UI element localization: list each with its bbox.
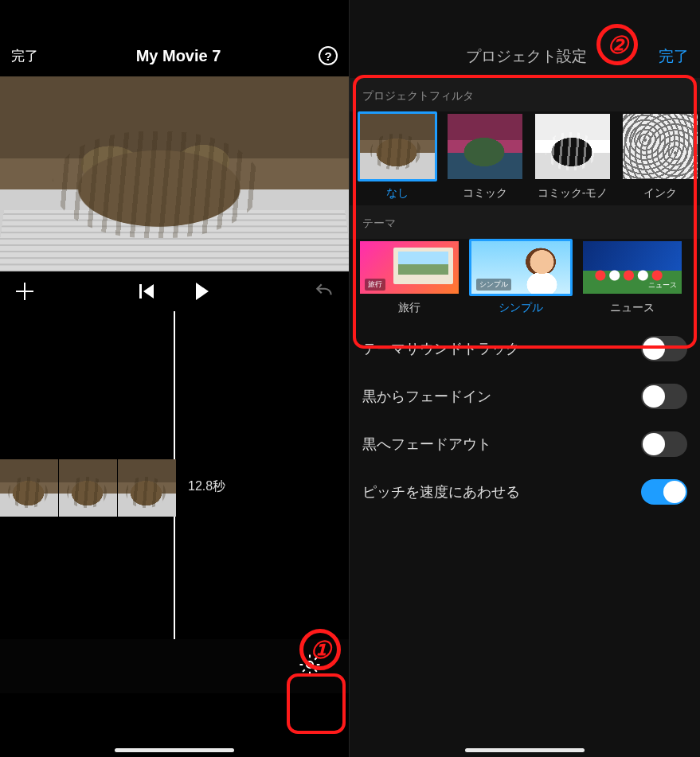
toggle-fade-in[interactable] — [641, 384, 687, 409]
add-media-button[interactable] — [14, 281, 35, 302]
undo-button[interactable] — [314, 281, 334, 302]
home-indicator[interactable] — [465, 748, 585, 752]
filter-label: コミック-モノ — [533, 186, 612, 201]
svg-line-7 — [303, 669, 305, 672]
filter-item-comic-mono[interactable]: コミック-モノ — [533, 111, 612, 201]
setting-pitch-speed: ピッチを速度にあわせる — [362, 468, 687, 516]
play-button[interactable] — [192, 281, 213, 302]
toggle-theme-soundtrack[interactable] — [641, 336, 687, 361]
toggle-fade-out[interactable] — [641, 431, 687, 457]
preview-viewport[interactable] — [0, 76, 349, 271]
filter-label: インク — [620, 186, 700, 201]
home-indicator[interactable] — [115, 748, 234, 752]
filter-item-none[interactable]: なし — [358, 111, 437, 201]
setting-fade-out: 黒へフェードアウト — [362, 420, 687, 468]
svg-line-8 — [315, 657, 317, 660]
theme-list[interactable]: 旅行 旅行 シンプル シンプル ニュース ニュース — [350, 239, 700, 320]
filter-item-comic[interactable]: コミック — [445, 111, 525, 201]
theme-thumb-tag: 旅行 — [365, 279, 385, 291]
svg-line-6 — [315, 669, 317, 672]
setting-theme-soundtrack: テーマサウンドトラック — [362, 325, 687, 373]
setting-fade-in: 黒からフェードイン — [362, 373, 687, 420]
editor-header: 完了 My Movie 7 ? — [0, 0, 349, 76]
setting-label: ピッチを速度にあわせる — [362, 482, 520, 501]
filter-label: なし — [358, 186, 437, 201]
theme-item-simple[interactable]: シンプル シンプル — [469, 239, 573, 315]
settings-list: テーマサウンドトラック 黒からフェードイン 黒へフェードアウト ピッチを速度にあ… — [350, 320, 700, 521]
theme-label: ニュース — [581, 301, 684, 315]
theme-item-travel[interactable]: 旅行 旅行 — [358, 239, 461, 315]
theme-thumb-tag: シンプル — [476, 279, 511, 291]
settings-gear-button[interactable] — [298, 653, 322, 680]
filter-item-ink[interactable]: インク — [620, 111, 700, 201]
editor-pane: 完了 My Movie 7 ? 12.8秒 — [0, 0, 350, 757]
theme-item-news[interactable]: ニュース ニュース — [581, 239, 684, 315]
clip-thumb[interactable] — [0, 459, 59, 517]
help-icon[interactable]: ? — [319, 46, 338, 65]
setting-label: テーマサウンドトラック — [362, 339, 520, 358]
clip-thumb[interactable] — [118, 459, 177, 517]
settings-header: プロジェクト設定 完了 — [350, 0, 700, 78]
project-settings-pane: プロジェクト設定 完了 プロジェクトフィルタ なし コミック コミック-モノ イ… — [350, 0, 700, 757]
editor-bottom-bar — [0, 639, 349, 693]
filter-list[interactable]: なし コミック コミック-モノ インク — [350, 111, 700, 205]
svg-line-5 — [303, 657, 305, 660]
clip-duration: 12.8秒 — [188, 478, 225, 495]
setting-label: 黒からフェードイン — [362, 387, 491, 406]
editor-done-button[interactable]: 完了 — [11, 47, 38, 65]
toggle-pitch-speed[interactable] — [641, 479, 687, 505]
skip-start-button[interactable] — [136, 281, 157, 302]
svg-point-0 — [307, 661, 313, 668]
filter-section-label: プロジェクトフィルタ — [350, 78, 700, 111]
setting-label: 黒へフェードアウト — [362, 435, 491, 454]
clip-thumb[interactable] — [59, 459, 118, 517]
theme-section-label: テーマ — [350, 205, 700, 239]
settings-done-button[interactable]: 完了 — [659, 46, 689, 67]
theme-thumb-tag: ニュース — [648, 280, 677, 291]
theme-label: シンプル — [469, 301, 573, 315]
project-title: My Movie 7 — [136, 47, 221, 65]
filter-label: コミック — [445, 186, 525, 201]
timeline[interactable]: 12.8秒 — [0, 311, 349, 693]
theme-label: 旅行 — [358, 301, 461, 315]
clip-strip[interactable] — [0, 459, 175, 517]
settings-title: プロジェクト設定 — [466, 46, 587, 67]
